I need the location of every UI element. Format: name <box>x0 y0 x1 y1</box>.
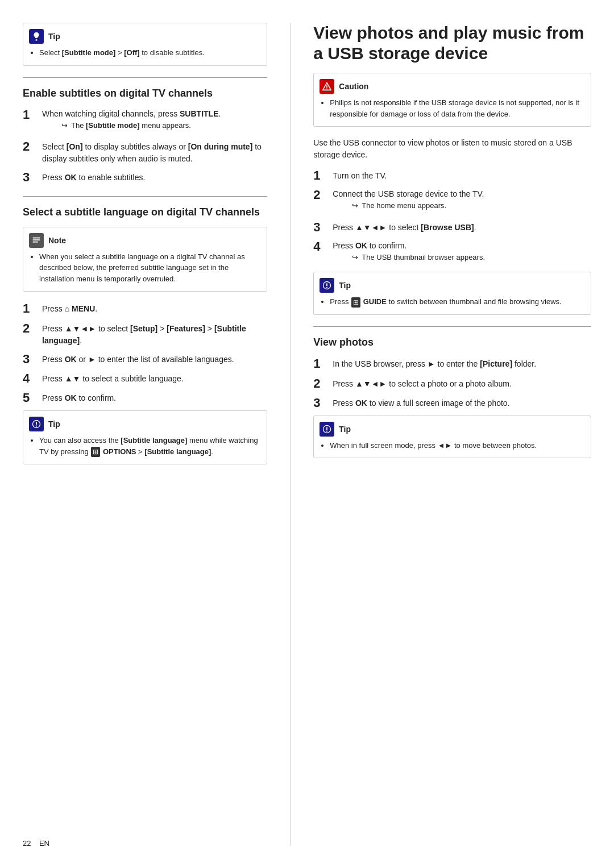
step-text-1-2: Select [On] to display subtitles always … <box>42 140 267 165</box>
page-lang: EN <box>39 839 49 848</box>
tip-icon-mid-right <box>320 278 334 293</box>
main-step-text-1: Turn on the TV. <box>333 169 387 182</box>
main-step-text-2: Connect the USB storage device to the TV… <box>333 188 484 198</box>
tip-box-mid-right: Tip Press ⊞ GUIDE to switch between thum… <box>313 272 591 315</box>
guide-icon: ⊞ <box>351 297 360 308</box>
section-subtitle-language: Select a subtitle language on digital TV… <box>23 206 267 465</box>
main-step-1: 1 Turn on the TV. <box>313 169 591 182</box>
caution-content: Philips is not responsible if the USB st… <box>320 97 583 121</box>
caution-box: Caution Philips is not responsible if th… <box>313 73 591 127</box>
section-title-2: Select a subtitle language on digital TV… <box>23 206 267 219</box>
caution-label: Caution <box>339 82 368 91</box>
sub-text-1-1: The [Subtitle mode] menu appears. <box>71 120 191 131</box>
main-steps-list: 1 Turn on the TV. 2 Connect the USB stor… <box>313 169 591 266</box>
tip-box-bottom-left: Tip You can also access the [Subtitle la… <box>23 410 267 464</box>
svg-rect-5 <box>326 85 327 88</box>
step-2-4: 4 Press ▲▼ to select a subtitle language… <box>23 372 267 385</box>
section-view-photos: View photos 1 In the USB browser, press … <box>313 336 591 458</box>
note-box: Note When you select a subtitle language… <box>23 227 267 292</box>
step-text-1-3: Press OK to enable subtitles. <box>42 171 145 184</box>
svg-rect-3 <box>33 242 38 243</box>
vp-step-text-1: In the USB browser, press ► to enter the… <box>333 357 536 370</box>
page-number: 22 <box>23 839 31 848</box>
note-item: When you select a subtitle language on a… <box>39 251 259 285</box>
caution-icon <box>320 79 334 94</box>
tip-content-bottom-left: You can also access the [Subtitle langua… <box>29 435 259 458</box>
sub-text-main-4: The USB thumbnail browser appears. <box>362 252 485 263</box>
tip-label-bottom-right: Tip <box>339 425 351 434</box>
step-2-5: 5 Press OK to confirm. <box>23 391 267 405</box>
tip-content-bottom-right: When in full screen mode, press ◄► to mo… <box>320 440 583 452</box>
note-label: Note <box>48 236 66 245</box>
steps-list-2: 1 Press ⌂ MENU. 2 Press ▲▼◄► to select [… <box>23 302 267 405</box>
main-step-3: 3 Press ▲▼◄► to select [Browse USB]. <box>313 221 591 234</box>
intro-text: Use the USB connector to view photos or … <box>313 137 591 161</box>
section-divider-right <box>313 326 591 327</box>
steps-list-1: 1 When watching digital channels, press … <box>23 108 267 185</box>
svg-point-7 <box>326 287 327 288</box>
step-text-2-4: Press ▲▼ to select a subtitle language. <box>42 372 184 385</box>
sub-text-main-2: The home menu appears. <box>362 200 446 211</box>
vp-step-1: 1 In the USB browser, press ► to enter t… <box>313 357 591 371</box>
tip-item-bottom-right: When in full screen mode, press ◄► to mo… <box>330 440 583 451</box>
main-step-text-4: Press OK to confirm. <box>333 240 406 250</box>
left-column: Tip Select [Subtitle mode] > [Off] to di… <box>23 23 291 845</box>
options-icon: ⊞ <box>91 447 100 457</box>
tip-label-bottom-left: Tip <box>48 420 60 429</box>
tip-box-top: Tip Select [Subtitle mode] > [Off] to di… <box>23 23 267 66</box>
step-2-2: 2 Press ▲▼◄► to select [Setup] > [Featur… <box>23 322 267 347</box>
section-enable-subtitles: Enable subtitles on digital TV channels … <box>23 87 267 185</box>
tip-label: Tip <box>48 32 60 41</box>
section-divider-1 <box>23 77 267 78</box>
section-title-1: Enable subtitles on digital TV channels <box>23 87 267 100</box>
vp-step-3: 3 Press OK to view a full screen image o… <box>313 396 591 410</box>
page-title: View photos and play music from a USB st… <box>313 23 591 64</box>
step-text-2-2: Press ▲▼◄► to select [Setup] > [Features… <box>42 322 267 347</box>
right-column: View photos and play music from a USB st… <box>291 23 591 845</box>
step-text-2-3: Press OK or ► to enter the list of avail… <box>42 352 234 366</box>
section-divider-2 <box>23 196 267 197</box>
step-1-2: 2 Select [On] to display subtitles alway… <box>23 140 267 165</box>
tip-item: Select [Subtitle mode] > [Off] to disabl… <box>39 47 259 59</box>
step-text-2-5: Press OK to confirm. <box>42 391 116 404</box>
tip-icon-bottom-right <box>320 422 334 437</box>
svg-point-6 <box>326 88 327 89</box>
svg-rect-2 <box>33 239 40 240</box>
svg-point-8 <box>326 430 327 431</box>
step-2-3: 3 Press OK or ► to enter the list of ava… <box>23 352 267 366</box>
tip-content: Select [Subtitle mode] > [Off] to disabl… <box>29 47 259 60</box>
svg-point-4 <box>36 426 37 427</box>
tip-item-bottom-left: You can also access the [Subtitle langua… <box>39 435 259 457</box>
sub-step-main-2: ↪ The home menu appears. <box>352 200 484 211</box>
vp-step-text-3: Press OK to view a full screen image of … <box>333 396 509 409</box>
tip-content-mid-right: Press ⊞ GUIDE to switch between thumbnai… <box>320 296 583 309</box>
svg-rect-1 <box>33 238 40 239</box>
tip-icon <box>29 29 44 44</box>
caution-item: Philips is not responsible if the USB st… <box>330 97 583 119</box>
step-text-1-1: When watching digital channels, press SU… <box>42 108 221 118</box>
note-icon <box>29 233 44 248</box>
vp-step-2: 2 Press ▲▼◄► to select a photo or a phot… <box>313 377 591 391</box>
tip-box-bottom-right: Tip When in full screen mode, press ◄► t… <box>313 416 591 459</box>
main-step-text-3: Press ▲▼◄► to select [Browse USB]. <box>333 221 476 234</box>
sub-step-main-4: ↪ The USB thumbnail browser appears. <box>352 252 485 263</box>
main-step-2: 2 Connect the USB storage device to the … <box>313 188 591 215</box>
step-text-2-1: Press ⌂ MENU. <box>42 302 97 315</box>
step-1-1: 1 When watching digital channels, press … <box>23 108 267 135</box>
sub-step-1-1: ↪ The [Subtitle mode] menu appears. <box>61 120 221 131</box>
note-content: When you select a subtitle language on a… <box>29 251 259 286</box>
tip-label-mid-right: Tip <box>339 281 351 290</box>
tip-icon-bottom-left <box>29 417 44 431</box>
step-2-1: 1 Press ⌂ MENU. <box>23 302 267 315</box>
vp-step-text-2: Press ▲▼◄► to select a photo or a photo … <box>333 377 512 390</box>
view-photos-steps: 1 In the USB browser, press ► to enter t… <box>313 357 591 410</box>
page-footer: 22 EN <box>23 839 49 848</box>
step-1-3: 3 Press OK to enable subtitles. <box>23 171 267 184</box>
tip-item-mid-right: Press ⊞ GUIDE to switch between thumbnai… <box>330 296 583 308</box>
main-step-4: 4 Press OK to confirm. ↪ The USB thumbna… <box>313 240 591 267</box>
section-title-view-photos: View photos <box>313 336 591 349</box>
